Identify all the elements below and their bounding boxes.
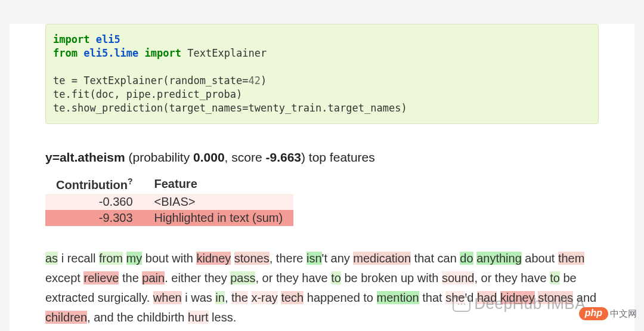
token: medication [353, 252, 411, 265]
token: isn [306, 252, 322, 265]
code-rest: TextExplainer [181, 47, 267, 59]
token: except [45, 271, 83, 284]
token: children [45, 311, 87, 324]
table-row: -9.303Highlighted in text (sum) [45, 210, 293, 226]
cell-feature: <BIAS> [144, 194, 294, 210]
token: relieve [83, 271, 119, 284]
token: my [126, 252, 143, 265]
help-icon[interactable]: ? [128, 177, 133, 186]
token: sound [442, 271, 475, 284]
kw-import2: import [145, 47, 181, 59]
table-row: -0.360<BIAS> [45, 194, 293, 210]
token: 'd [465, 291, 477, 304]
token: kidney [500, 291, 535, 304]
mod-lime: eli5.lime [83, 47, 138, 59]
token: when [153, 291, 182, 304]
token: in [215, 291, 225, 304]
token: them [558, 252, 584, 265]
code-l3b: ) [261, 75, 267, 86]
token: tech [281, 291, 304, 304]
token: and [573, 291, 596, 304]
token: that [419, 291, 445, 304]
kw-import: import [53, 33, 89, 45]
token: bout with [142, 252, 196, 265]
token: stones [234, 252, 270, 265]
mod-eli5: eli5 [96, 33, 120, 45]
y-label: y=alt.atheism [45, 150, 125, 164]
token: do [460, 252, 473, 265]
prob-value: 0.000 [193, 150, 225, 164]
code-num: 42 [249, 75, 261, 86]
token [231, 252, 234, 265]
token: hurt [188, 311, 208, 324]
kw-from: from [53, 47, 78, 59]
highlighted-text: as i recall from my bout with kidney sto… [45, 249, 599, 327]
token: kidney [196, 252, 231, 265]
token: she [445, 291, 465, 304]
token: stones [538, 291, 573, 304]
th-contribution: Contribution? [45, 175, 144, 194]
token: to [331, 271, 341, 284]
prediction-heading: y=alt.atheism (probability 0.000, score … [45, 150, 599, 165]
token: , or they have [474, 271, 550, 284]
token: x-ray [251, 291, 277, 304]
token: . either they [165, 271, 230, 284]
token: from [99, 252, 123, 265]
token: be broken up with [341, 271, 442, 284]
token: , or they have [255, 271, 331, 284]
token: i was [182, 291, 216, 304]
token: less. [209, 311, 237, 324]
cell-contribution: -0.360 [45, 194, 144, 210]
th-feature: Feature [144, 175, 294, 194]
code-l5: te.show_prediction(target_names=twenty_t… [53, 102, 407, 114]
token: the [119, 271, 142, 284]
features-tbody: -0.360<BIAS>-9.303Highlighted in text (s… [45, 194, 293, 226]
code-l4: te.fit(doc, pipe.predict_proba) [53, 88, 242, 100]
token: mention [377, 291, 419, 304]
cell-contribution: -9.303 [45, 210, 144, 226]
token: , and the childbirth [87, 311, 188, 324]
token: about [522, 252, 558, 265]
token [123, 252, 126, 265]
cell-feature: Highlighted in text (sum) [144, 210, 294, 226]
token: , [225, 291, 231, 304]
token: to [550, 271, 560, 284]
token: 't any [322, 252, 354, 265]
score-value: -9.663 [265, 150, 301, 164]
token: , there [270, 252, 306, 265]
token: happened to [304, 291, 376, 304]
token: the [231, 291, 248, 304]
token: as [45, 252, 58, 265]
token: anything [476, 252, 522, 265]
token: i recall [58, 252, 99, 265]
token: pain [142, 271, 165, 284]
token: that can [411, 252, 460, 265]
features-table: Contribution? Feature -0.360<BIAS>-9.303… [45, 175, 293, 227]
code-block: import eli5 from eli5.lime import TextEx… [45, 24, 599, 124]
code-l3a: te = TextExplainer(random_state= [53, 75, 249, 86]
token: pass [230, 271, 255, 284]
token: had [477, 291, 497, 304]
